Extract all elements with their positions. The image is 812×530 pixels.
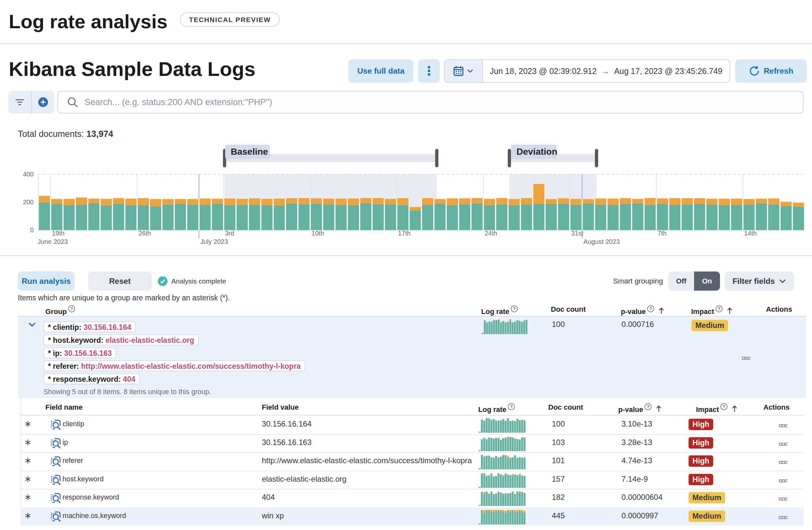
svg-text:26th: 26th (139, 229, 151, 237)
svg-text:Baseline: Baseline (231, 147, 268, 157)
svg-text:31st: 31st (571, 229, 583, 237)
svg-text:?: ? (647, 404, 650, 409)
svg-text:June 2023: June 2023 (38, 238, 68, 245)
svg-text:3rd: 3rd (225, 229, 234, 237)
svg-text:7th: 7th (658, 229, 667, 237)
svg-text:17th: 17th (398, 229, 410, 237)
svg-text:19th: 19th (52, 229, 64, 237)
svg-text:10th: 10th (311, 229, 324, 237)
svg-text:200: 200 (23, 198, 34, 206)
svg-text:?: ? (649, 306, 652, 311)
svg-text:0: 0 (30, 226, 34, 234)
svg-text:?: ? (70, 306, 73, 311)
svg-text:?: ? (510, 404, 513, 409)
svg-text:24th: 24th (484, 229, 497, 237)
svg-text:Deviation: Deviation (517, 147, 557, 157)
svg-text:400: 400 (23, 171, 34, 178)
svg-text:14th: 14th (744, 229, 757, 237)
svg-text:July 2023: July 2023 (200, 238, 228, 245)
svg-text:?: ? (723, 404, 725, 409)
svg-text:?: ? (718, 306, 721, 311)
svg-text:August 2023: August 2023 (583, 238, 620, 245)
svg-text:?: ? (513, 306, 516, 311)
